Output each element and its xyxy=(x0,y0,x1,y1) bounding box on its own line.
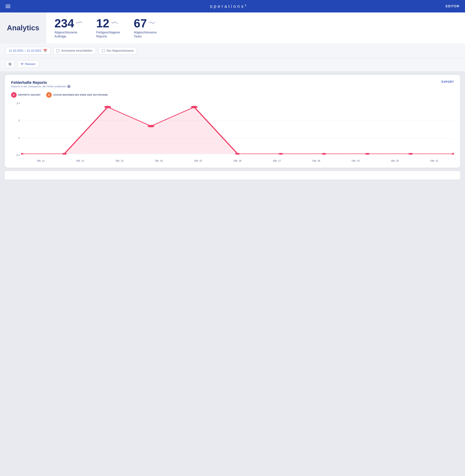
data-point-0 xyxy=(21,153,23,155)
date-range-text: 11.10.2021 – 21.10.2021 xyxy=(9,49,42,53)
chart-subtitle-text: Reports in der Zeitspanne, die Fehler au… xyxy=(11,85,70,88)
data-point-2 xyxy=(104,106,111,108)
app-title: operations1 xyxy=(210,4,246,9)
x-label-5: Okt. 16 xyxy=(218,159,257,162)
legend-item-total: 8 REPORTS GESAMT xyxy=(11,92,41,98)
stat-number-row-1: 234 xyxy=(54,17,82,29)
stat-number-1: 234 xyxy=(54,17,74,29)
x-label-3: Okt. 14 xyxy=(139,159,178,162)
chart-title-text: Fehlerhafte Reports xyxy=(11,80,70,85)
data-point-10 xyxy=(452,153,454,155)
app-header: operations1 EDITOR xyxy=(0,0,465,12)
chart-plot: Okt. 11 Okt. 12 Okt. 13 Okt. 14 Okt. 15 … xyxy=(21,102,454,162)
archivierte-checkbox[interactable] xyxy=(56,49,60,52)
date-range-filter[interactable]: 11.10.2021 – 21.10.2021 📅 xyxy=(6,47,50,55)
data-point-9 xyxy=(408,153,413,155)
x-label-10: Okt. 21 xyxy=(415,159,454,162)
data-point-5 xyxy=(235,153,240,155)
x-label-1: Okt. 12 xyxy=(60,159,100,162)
menu-icon[interactable] xyxy=(6,5,10,8)
chart-area: 3 ▾ 2 1 0 ▾ xyxy=(11,102,454,162)
stat-item-tasks: 67 AbgeschlosseneTasks xyxy=(134,17,157,39)
y-label-min[interactable]: 0 ▾ xyxy=(17,154,20,156)
svg-point-4 xyxy=(10,64,11,65)
chevron-down-icon: ▾ xyxy=(19,102,20,104)
data-point-3 xyxy=(148,125,154,127)
data-point-4 xyxy=(191,106,198,108)
legend-dot-orange: 0 xyxy=(46,92,52,98)
archivierte-label: Archivierte einschließen xyxy=(61,49,92,53)
x-label-6: Okt. 17 xyxy=(257,159,296,162)
stat-number-row-3: 67 xyxy=(134,17,157,29)
archivierte-filter[interactable]: Archivierte einschließen xyxy=(53,47,96,54)
svg-point-5 xyxy=(9,65,10,66)
legend-item-fixed: 0 DAVON BEHOBEN BIS ENDE DER ZEITSPANNE xyxy=(46,92,108,98)
editor-label: EDITOR xyxy=(446,4,459,8)
stats-items: 234 AbgeschlosseneAufträge 12 Fehlgesc xyxy=(46,12,465,44)
help-icon[interactable]: ? xyxy=(67,85,70,88)
x-labels: Okt. 11 Okt. 12 Okt. 13 Okt. 14 Okt. 15 … xyxy=(21,158,454,162)
stat-number-3: 67 xyxy=(134,17,147,29)
nur-filter[interactable]: Nur Abgeschlossene xyxy=(99,47,137,54)
filter-sliders-icon xyxy=(8,62,12,66)
trend-icon-2 xyxy=(111,21,118,26)
data-point-7 xyxy=(322,153,327,155)
y-label-max[interactable]: 3 ▾ xyxy=(17,102,20,105)
chart-legend: 8 REPORTS GESAMT 0 DAVON BEHOBEN BIS END… xyxy=(11,92,454,98)
x-label-7: Okt. 18 xyxy=(296,159,336,162)
stat-item-reports: 12 FehlgeschlageneReports xyxy=(96,17,120,39)
stats-bar: Analytics 234 AbgeschlosseneAufträge 12 xyxy=(0,12,465,44)
nur-checkbox[interactable] xyxy=(102,49,105,52)
calendar-icon: 📅 xyxy=(43,49,47,53)
x-label-0: Okt. 11 xyxy=(21,159,60,162)
export-button[interactable]: EXPORT xyxy=(442,80,454,84)
x-label-8: Okt. 19 xyxy=(336,159,375,162)
stat-label-3: AbgeschlosseneTasks xyxy=(134,31,157,39)
stat-number-2: 12 xyxy=(96,17,109,29)
analytics-heading: Analytics xyxy=(7,24,39,32)
stat-label-1: AbgeschlosseneAufträge xyxy=(54,31,82,39)
analytics-label-col: Analytics xyxy=(0,12,46,44)
data-point-8 xyxy=(365,153,370,155)
legend-dot-pink: 8 xyxy=(11,92,17,98)
controls-row: Klassen xyxy=(0,58,465,71)
y-label-1: 1 xyxy=(18,136,20,139)
trend-icon-3 xyxy=(149,21,155,26)
filters-bar: 11.10.2021 – 21.10.2021 📅 Archivierte ei… xyxy=(0,44,465,58)
chevron-down-icon-2: ▾ xyxy=(19,154,20,156)
advanced-filter-button[interactable] xyxy=(6,60,15,68)
klassen-filter-icon xyxy=(21,63,24,66)
svg-point-3 xyxy=(9,63,10,64)
klassen-button[interactable]: Klassen xyxy=(17,60,39,68)
x-label-9: Okt. 20 xyxy=(375,159,414,162)
x-label-4: Okt. 15 xyxy=(179,159,218,162)
chart-svg xyxy=(21,102,454,157)
chart-title: Fehlerhafte Reports Reports in der Zeits… xyxy=(11,80,70,91)
chart-card: Fehlerhafte Reports Reports in der Zeits… xyxy=(5,75,460,168)
chart-header: Fehlerhafte Reports Reports in der Zeits… xyxy=(11,80,454,91)
data-point-6 xyxy=(278,153,283,155)
nur-label: Nur Abgeschlossene xyxy=(107,49,134,53)
trend-icon-1 xyxy=(76,21,82,26)
data-point-1 xyxy=(62,153,67,155)
stat-number-row-2: 12 xyxy=(96,17,120,29)
stat-label-2: FehlgeschlageneReports xyxy=(96,31,120,39)
bottom-strip xyxy=(5,171,460,179)
y-label-2: 2 xyxy=(18,119,20,122)
stat-item-auftraege: 234 AbgeschlosseneAufträge xyxy=(54,17,82,39)
x-label-2: Okt. 13 xyxy=(100,159,139,162)
klassen-label: Klassen xyxy=(25,62,35,66)
y-axis: 3 ▾ 2 1 0 ▾ xyxy=(11,102,20,162)
